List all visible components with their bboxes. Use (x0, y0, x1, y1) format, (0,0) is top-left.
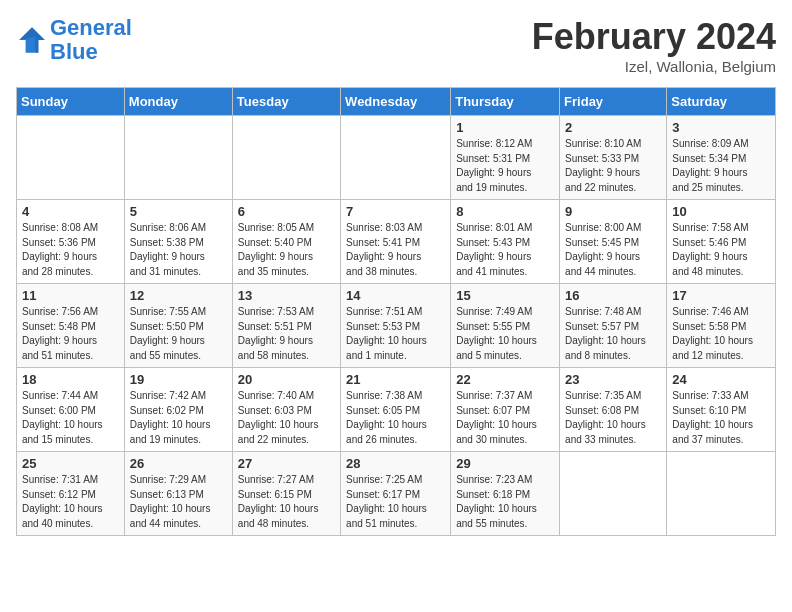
calendar-cell (341, 116, 451, 200)
day-number: 5 (130, 204, 227, 219)
calendar-cell: 15Sunrise: 7:49 AM Sunset: 5:55 PM Dayli… (451, 284, 560, 368)
day-info: Sunrise: 7:49 AM Sunset: 5:55 PM Dayligh… (456, 305, 554, 363)
day-info: Sunrise: 7:51 AM Sunset: 5:53 PM Dayligh… (346, 305, 445, 363)
day-number: 12 (130, 288, 227, 303)
day-number: 2 (565, 120, 661, 135)
calendar-cell: 2Sunrise: 8:10 AM Sunset: 5:33 PM Daylig… (560, 116, 667, 200)
day-info: Sunrise: 7:56 AM Sunset: 5:48 PM Dayligh… (22, 305, 119, 363)
location: Izel, Wallonia, Belgium (532, 58, 776, 75)
day-info: Sunrise: 8:00 AM Sunset: 5:45 PM Dayligh… (565, 221, 661, 279)
calendar-cell: 8Sunrise: 8:01 AM Sunset: 5:43 PM Daylig… (451, 200, 560, 284)
calendar-cell: 26Sunrise: 7:29 AM Sunset: 6:13 PM Dayli… (124, 452, 232, 536)
calendar-cell (667, 452, 776, 536)
weekday-header-row: SundayMondayTuesdayWednesdayThursdayFrid… (17, 88, 776, 116)
calendar-week-row: 11Sunrise: 7:56 AM Sunset: 5:48 PM Dayli… (17, 284, 776, 368)
day-info: Sunrise: 7:25 AM Sunset: 6:17 PM Dayligh… (346, 473, 445, 531)
day-number: 24 (672, 372, 770, 387)
day-number: 4 (22, 204, 119, 219)
day-info: Sunrise: 7:40 AM Sunset: 6:03 PM Dayligh… (238, 389, 335, 447)
day-info: Sunrise: 8:09 AM Sunset: 5:34 PM Dayligh… (672, 137, 770, 195)
calendar-cell: 4Sunrise: 8:08 AM Sunset: 5:36 PM Daylig… (17, 200, 125, 284)
calendar-cell: 17Sunrise: 7:46 AM Sunset: 5:58 PM Dayli… (667, 284, 776, 368)
logo-text: General Blue (50, 16, 132, 64)
day-info: Sunrise: 7:48 AM Sunset: 5:57 PM Dayligh… (565, 305, 661, 363)
calendar-cell: 19Sunrise: 7:42 AM Sunset: 6:02 PM Dayli… (124, 368, 232, 452)
weekday-header: Tuesday (232, 88, 340, 116)
calendar-cell: 12Sunrise: 7:55 AM Sunset: 5:50 PM Dayli… (124, 284, 232, 368)
logo-line1: General (50, 15, 132, 40)
calendar-cell (17, 116, 125, 200)
weekday-header: Monday (124, 88, 232, 116)
calendar-cell: 6Sunrise: 8:05 AM Sunset: 5:40 PM Daylig… (232, 200, 340, 284)
day-number: 16 (565, 288, 661, 303)
logo-icon (16, 24, 48, 56)
day-info: Sunrise: 8:08 AM Sunset: 5:36 PM Dayligh… (22, 221, 119, 279)
day-number: 18 (22, 372, 119, 387)
day-info: Sunrise: 7:38 AM Sunset: 6:05 PM Dayligh… (346, 389, 445, 447)
day-info: Sunrise: 7:31 AM Sunset: 6:12 PM Dayligh… (22, 473, 119, 531)
day-info: Sunrise: 7:27 AM Sunset: 6:15 PM Dayligh… (238, 473, 335, 531)
calendar-cell: 18Sunrise: 7:44 AM Sunset: 6:00 PM Dayli… (17, 368, 125, 452)
day-number: 21 (346, 372, 445, 387)
calendar-week-row: 25Sunrise: 7:31 AM Sunset: 6:12 PM Dayli… (17, 452, 776, 536)
weekday-header: Sunday (17, 88, 125, 116)
weekday-header: Thursday (451, 88, 560, 116)
calendar-cell (232, 116, 340, 200)
day-number: 29 (456, 456, 554, 471)
day-info: Sunrise: 7:29 AM Sunset: 6:13 PM Dayligh… (130, 473, 227, 531)
calendar-week-row: 4Sunrise: 8:08 AM Sunset: 5:36 PM Daylig… (17, 200, 776, 284)
day-number: 10 (672, 204, 770, 219)
day-info: Sunrise: 7:46 AM Sunset: 5:58 PM Dayligh… (672, 305, 770, 363)
day-number: 19 (130, 372, 227, 387)
day-number: 11 (22, 288, 119, 303)
day-info: Sunrise: 7:33 AM Sunset: 6:10 PM Dayligh… (672, 389, 770, 447)
calendar-table: SundayMondayTuesdayWednesdayThursdayFrid… (16, 87, 776, 536)
day-number: 28 (346, 456, 445, 471)
calendar-cell: 21Sunrise: 7:38 AM Sunset: 6:05 PM Dayli… (341, 368, 451, 452)
day-number: 1 (456, 120, 554, 135)
day-info: Sunrise: 8:12 AM Sunset: 5:31 PM Dayligh… (456, 137, 554, 195)
day-info: Sunrise: 7:55 AM Sunset: 5:50 PM Dayligh… (130, 305, 227, 363)
calendar-cell: 25Sunrise: 7:31 AM Sunset: 6:12 PM Dayli… (17, 452, 125, 536)
calendar-cell: 11Sunrise: 7:56 AM Sunset: 5:48 PM Dayli… (17, 284, 125, 368)
day-number: 20 (238, 372, 335, 387)
page-header: General Blue February 2024 Izel, Walloni… (16, 16, 776, 75)
day-number: 15 (456, 288, 554, 303)
calendar-cell: 22Sunrise: 7:37 AM Sunset: 6:07 PM Dayli… (451, 368, 560, 452)
calendar-cell (560, 452, 667, 536)
day-number: 27 (238, 456, 335, 471)
calendar-cell: 27Sunrise: 7:27 AM Sunset: 6:15 PM Dayli… (232, 452, 340, 536)
calendar-cell: 1Sunrise: 8:12 AM Sunset: 5:31 PM Daylig… (451, 116, 560, 200)
logo-line2: Blue (50, 39, 98, 64)
day-number: 26 (130, 456, 227, 471)
day-number: 3 (672, 120, 770, 135)
day-number: 9 (565, 204, 661, 219)
weekday-header: Wednesday (341, 88, 451, 116)
logo: General Blue (16, 16, 132, 64)
calendar-cell: 14Sunrise: 7:51 AM Sunset: 5:53 PM Dayli… (341, 284, 451, 368)
calendar-week-row: 18Sunrise: 7:44 AM Sunset: 6:00 PM Dayli… (17, 368, 776, 452)
day-number: 7 (346, 204, 445, 219)
weekday-header: Saturday (667, 88, 776, 116)
day-info: Sunrise: 7:23 AM Sunset: 6:18 PM Dayligh… (456, 473, 554, 531)
day-number: 13 (238, 288, 335, 303)
calendar-cell: 24Sunrise: 7:33 AM Sunset: 6:10 PM Dayli… (667, 368, 776, 452)
day-info: Sunrise: 8:10 AM Sunset: 5:33 PM Dayligh… (565, 137, 661, 195)
calendar-cell: 3Sunrise: 8:09 AM Sunset: 5:34 PM Daylig… (667, 116, 776, 200)
calendar-cell: 5Sunrise: 8:06 AM Sunset: 5:38 PM Daylig… (124, 200, 232, 284)
calendar-cell: 23Sunrise: 7:35 AM Sunset: 6:08 PM Dayli… (560, 368, 667, 452)
day-info: Sunrise: 8:03 AM Sunset: 5:41 PM Dayligh… (346, 221, 445, 279)
calendar-cell: 9Sunrise: 8:00 AM Sunset: 5:45 PM Daylig… (560, 200, 667, 284)
day-info: Sunrise: 7:44 AM Sunset: 6:00 PM Dayligh… (22, 389, 119, 447)
day-number: 25 (22, 456, 119, 471)
day-number: 14 (346, 288, 445, 303)
day-info: Sunrise: 7:35 AM Sunset: 6:08 PM Dayligh… (565, 389, 661, 447)
month-title: February 2024 (532, 16, 776, 58)
calendar-cell: 29Sunrise: 7:23 AM Sunset: 6:18 PM Dayli… (451, 452, 560, 536)
day-number: 6 (238, 204, 335, 219)
day-info: Sunrise: 8:06 AM Sunset: 5:38 PM Dayligh… (130, 221, 227, 279)
day-info: Sunrise: 7:37 AM Sunset: 6:07 PM Dayligh… (456, 389, 554, 447)
calendar-cell: 28Sunrise: 7:25 AM Sunset: 6:17 PM Dayli… (341, 452, 451, 536)
day-info: Sunrise: 7:42 AM Sunset: 6:02 PM Dayligh… (130, 389, 227, 447)
weekday-header: Friday (560, 88, 667, 116)
